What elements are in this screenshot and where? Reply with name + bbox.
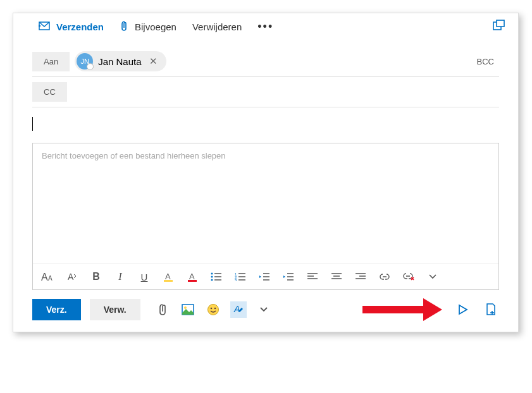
indent-button[interactable] xyxy=(281,269,296,284)
recipient-name: Jan Nauta xyxy=(98,56,141,67)
bcc-button[interactable]: BCC xyxy=(477,57,499,66)
recipient-chip[interactable]: JN Jan Nauta ✕ xyxy=(75,51,166,71)
svg-point-11 xyxy=(211,276,213,278)
font-style-button[interactable]: A xyxy=(65,269,80,284)
more-button[interactable]: ••• xyxy=(257,20,273,33)
svg-text:A: A xyxy=(48,275,53,282)
attach-button[interactable]: Bijvoegen xyxy=(120,20,176,33)
send-short-button[interactable]: Verz. xyxy=(32,299,81,320)
format-chevron-icon[interactable] xyxy=(425,269,440,284)
paperclip-icon xyxy=(120,20,130,33)
bottom-icons: A xyxy=(154,301,272,318)
format-toolbar: AA A B I U A A 123 xyxy=(33,263,498,289)
font-color-button[interactable]: A xyxy=(185,269,200,284)
svg-point-13 xyxy=(211,279,213,281)
emoji-icon[interactable] xyxy=(205,301,221,318)
delete-label: Verwijderen xyxy=(192,21,242,32)
editor-container: Bericht toevoegen of een bestand hierhee… xyxy=(32,143,499,290)
template-icon[interactable] xyxy=(483,301,499,318)
link-button[interactable] xyxy=(377,269,392,284)
send-button[interactable]: Verzenden xyxy=(39,21,104,33)
popout-button[interactable] xyxy=(493,20,505,33)
align-left-button[interactable] xyxy=(305,269,320,284)
bullet-list-button[interactable] xyxy=(209,269,224,284)
text-cursor xyxy=(32,117,33,131)
body-placeholder: Bericht toevoegen of een bestand hierhee… xyxy=(42,151,226,160)
cc-button[interactable]: CC xyxy=(32,82,67,102)
outdent-button[interactable] xyxy=(257,269,272,284)
remove-recipient-icon[interactable]: ✕ xyxy=(147,56,160,67)
ellipsis-icon: ••• xyxy=(257,20,273,33)
annotation-arrow xyxy=(362,302,445,317)
svg-rect-6 xyxy=(164,280,173,282)
more-chevron-icon[interactable] xyxy=(256,301,272,318)
avatar: JN xyxy=(77,53,93,70)
compose-window: Verzenden Bijvoegen Verwijderen ••• Aan … xyxy=(13,13,519,332)
delete-short-button[interactable]: Verw. xyxy=(90,299,140,320)
svg-text:A: A xyxy=(233,304,240,314)
play-addin-icon[interactable] xyxy=(455,301,471,318)
attach-label: Bijvoegen xyxy=(135,21,176,32)
to-button[interactable]: Aan xyxy=(32,52,70,71)
numbered-list-button[interactable]: 123 xyxy=(233,269,248,284)
recipients-area: Aan JN Jan Nauta ✕ BCC CC xyxy=(13,40,518,107)
bottom-bar: Verz. Verw. A xyxy=(13,290,518,332)
font-size-button[interactable]: AA xyxy=(40,269,56,284)
delete-button[interactable]: Verwijderen xyxy=(192,21,242,32)
svg-point-38 xyxy=(207,305,218,315)
svg-point-37 xyxy=(184,306,187,309)
image-icon[interactable] xyxy=(180,301,196,318)
send-icon xyxy=(39,21,51,33)
svg-text:A: A xyxy=(41,272,48,282)
send-label: Verzenden xyxy=(56,21,104,32)
svg-point-40 xyxy=(214,308,216,310)
cc-row: CC xyxy=(32,77,499,107)
subject-area[interactable] xyxy=(13,107,518,143)
unlink-button[interactable] xyxy=(401,269,416,284)
message-body[interactable]: Bericht toevoegen of een bestand hierhee… xyxy=(33,143,498,263)
svg-text:A: A xyxy=(189,272,195,281)
right-action-icons xyxy=(455,301,499,318)
align-right-button[interactable] xyxy=(353,269,368,284)
svg-text:A: A xyxy=(165,272,171,281)
to-row: Aan JN Jan Nauta ✕ BCC xyxy=(32,46,499,77)
svg-rect-8 xyxy=(188,280,197,282)
top-toolbar: Verzenden Bijvoegen Verwijderen ••• xyxy=(13,13,518,40)
highlight-button[interactable]: A xyxy=(161,269,176,284)
svg-rect-1 xyxy=(497,20,504,27)
bold-button[interactable]: B xyxy=(89,269,104,284)
svg-text:A: A xyxy=(68,272,74,282)
italic-button[interactable]: I xyxy=(113,269,128,284)
font-format-icon[interactable]: A xyxy=(230,301,247,318)
attach-icon[interactable] xyxy=(154,301,171,318)
svg-text:3: 3 xyxy=(235,279,237,281)
svg-point-9 xyxy=(211,273,213,275)
svg-point-39 xyxy=(210,308,212,310)
underline-button[interactable]: U xyxy=(137,269,152,284)
align-center-button[interactable] xyxy=(329,269,344,284)
